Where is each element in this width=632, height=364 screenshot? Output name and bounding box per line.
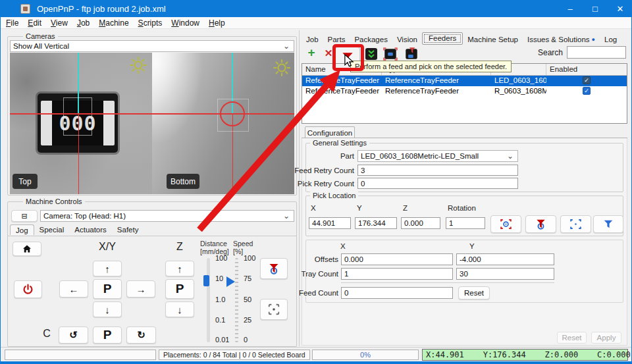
tab-vision[interactable]: Vision (392, 34, 422, 45)
distance-slider[interactable] (207, 258, 210, 342)
camera-capture-side-button[interactable] (260, 299, 288, 320)
pick-rotation-input[interactable]: 1 (446, 217, 485, 229)
feed-retry-count-input[interactable]: 3 (357, 165, 518, 176)
add-feeder-button[interactable]: + (305, 46, 318, 59)
camera-view-selector[interactable]: Show All Vertical ⌄ (10, 40, 294, 52)
feeder-pick-icon (404, 46, 419, 62)
tab-actuators[interactable]: Actuators (69, 224, 112, 235)
bottom-camera-badge: Bottom (167, 174, 199, 189)
menu-window[interactable]: Window (171, 18, 199, 28)
pick-from-feeder-button[interactable] (404, 46, 419, 62)
rotate-cw-button[interactable]: ↻ (126, 326, 156, 344)
minimize-button[interactable]: – (558, 0, 583, 17)
jog-y-minus-button[interactable]: ↓ (93, 301, 122, 317)
camera-view-top[interactable]: 000 Top (10, 53, 152, 194)
menu-edit[interactable]: Edit (28, 18, 41, 28)
camera-view-bottom[interactable]: Bottom (152, 53, 294, 194)
menu-machine[interactable]: Machine (99, 18, 128, 28)
speed-slider[interactable] (235, 258, 238, 342)
tab-job[interactable]: Job (302, 34, 323, 45)
collapse-icon: ⊟ (21, 212, 27, 221)
offsets-label: Offsets (294, 255, 338, 263)
tab-log[interactable]: Log (600, 34, 621, 45)
part-selector[interactable]: LED_0603_1608Metric-LED_Small ⌄ (357, 150, 518, 162)
search-input[interactable] (567, 46, 626, 59)
feed-feeder-button[interactable] (365, 47, 378, 61)
panel-divider (299, 30, 300, 346)
position-xy-button[interactable]: P (93, 279, 122, 299)
home-button[interactable] (13, 242, 41, 256)
move-camera-to-location-button[interactable] (560, 215, 591, 233)
machine-controls-tabs: Jog Special Actuators Safety (10, 224, 144, 235)
power-button[interactable] (14, 280, 42, 298)
collapse-button[interactable]: ⊟ (11, 210, 38, 222)
tab-special[interactable]: Special (34, 224, 70, 235)
menu-file[interactable]: File (6, 18, 18, 28)
feed-here-button[interactable] (525, 215, 556, 233)
power-icon (22, 284, 34, 295)
pick-x-input[interactable]: 44.901 (309, 217, 351, 229)
distance-tick: 0.01 (215, 336, 229, 344)
apply-button[interactable]: Apply (591, 332, 621, 344)
feed-count-reset-button[interactable]: Reset (458, 286, 490, 299)
position-c-button[interactable]: P (93, 326, 122, 344)
pick-retry-count-input[interactable]: 0 (357, 178, 518, 189)
brightness-sun-icon[interactable] (273, 59, 290, 76)
speed-slider-handle[interactable] (226, 276, 235, 287)
tab-issues-solutions[interactable]: Issues & Solutions● (523, 34, 600, 45)
capture-camera-location-button[interactable] (490, 215, 521, 233)
jog-z-minus-button[interactable]: ↓ (165, 301, 194, 317)
head-selector[interactable]: Camera: Top (Head: H1) ⌄ (40, 210, 294, 222)
menu-view[interactable]: View (51, 18, 68, 28)
tab-parts[interactable]: Parts (323, 34, 350, 45)
maximize-button[interactable]: □ (583, 0, 608, 17)
tray-count-x-input[interactable]: 1 (341, 268, 453, 280)
speed-tick: 0 (244, 336, 248, 344)
offsets-y-input[interactable]: -4.000 (456, 253, 554, 265)
pick-nozzle-button[interactable] (593, 215, 623, 233)
column-header-enabled[interactable]: Enabled (546, 64, 627, 75)
rotate-ccw-icon: ↺ (69, 329, 78, 341)
tab-jog[interactable]: Jog (10, 224, 34, 235)
tray-count-y-input[interactable]: 30 (456, 268, 554, 280)
feeder-part: LED_0603_1608Metric-LED... (491, 76, 546, 86)
pick-z-input[interactable]: 0.000 (401, 217, 440, 229)
jog-y-plus-button[interactable]: ↑ (93, 261, 122, 276)
feed-count-input[interactable]: 0 (341, 287, 453, 299)
offsets-x-input[interactable]: 0.000 (341, 253, 453, 265)
brightness-sun-icon[interactable] (130, 57, 147, 74)
progress-bar: 0% (312, 350, 419, 360)
capture-feeder-location-button[interactable] (382, 46, 398, 62)
feeder-row[interactable]: ReferenceTrayFeeder ReferenceTrayFeeder … (302, 86, 627, 97)
position-z-button[interactable]: P (165, 279, 194, 299)
speed-tick: 100 (244, 254, 255, 262)
distance-tick: 100 (215, 254, 227, 262)
window-title: OpenPnP - ftp job round 2.job.xml (37, 4, 166, 14)
feed-pick-side-button[interactable] (260, 258, 288, 279)
feeder-name: ReferenceTrayFeeder (302, 76, 382, 86)
tab-machine-setup[interactable]: Machine Setup (463, 34, 523, 45)
tab-packages[interactable]: Packages (350, 34, 392, 45)
configuration-tab[interactable]: Configuration (305, 126, 355, 138)
menu-job[interactable]: Job (77, 18, 90, 28)
reset-button[interactable]: Reset (557, 332, 587, 344)
chevron-down-icon: ⌄ (283, 213, 290, 219)
tab-feeders[interactable]: Feeders (422, 32, 463, 45)
speed-tick: 50 (244, 296, 251, 303)
tab-safety[interactable]: Safety (112, 224, 144, 235)
pick-y-input[interactable]: 176.344 (355, 217, 397, 229)
rotate-cw-icon: ↻ (137, 329, 145, 341)
jog-x-plus-button[interactable]: → (126, 280, 155, 298)
enabled-checkbox[interactable]: ✓ (583, 76, 591, 84)
distance-slider-handle[interactable] (203, 275, 209, 286)
arrow-down-icon: ↓ (105, 304, 110, 315)
close-button[interactable]: ✕ (608, 0, 632, 17)
title-bar: OpenPnP - ftp job round 2.job.xml – □ ✕ (1, 0, 632, 17)
rotate-ccw-button[interactable]: ↺ (59, 326, 88, 344)
jog-x-minus-button[interactable]: ← (59, 280, 88, 298)
feeder-row-selected[interactable]: ReferenceTrayFeeder ReferenceTrayFeeder … (302, 76, 627, 86)
enabled-checkbox[interactable]: ✓ (583, 87, 591, 95)
menu-scripts[interactable]: Scripts (138, 18, 163, 28)
menu-help[interactable]: Help (209, 18, 225, 28)
jog-z-plus-button[interactable]: ↑ (165, 261, 194, 276)
